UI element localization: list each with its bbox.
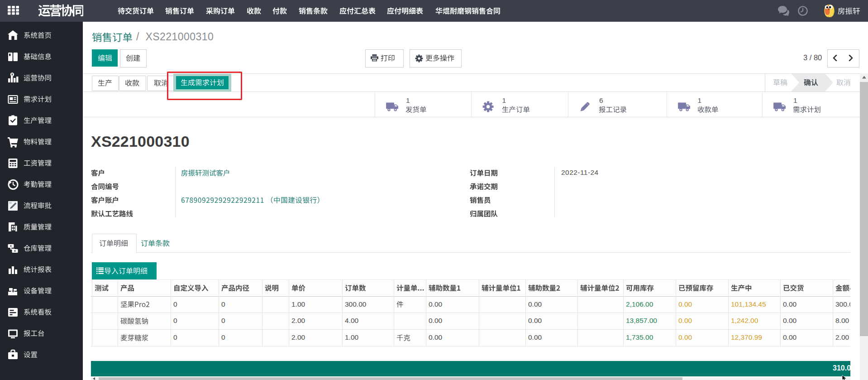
svg-text:¥: ¥: [11, 73, 13, 76]
